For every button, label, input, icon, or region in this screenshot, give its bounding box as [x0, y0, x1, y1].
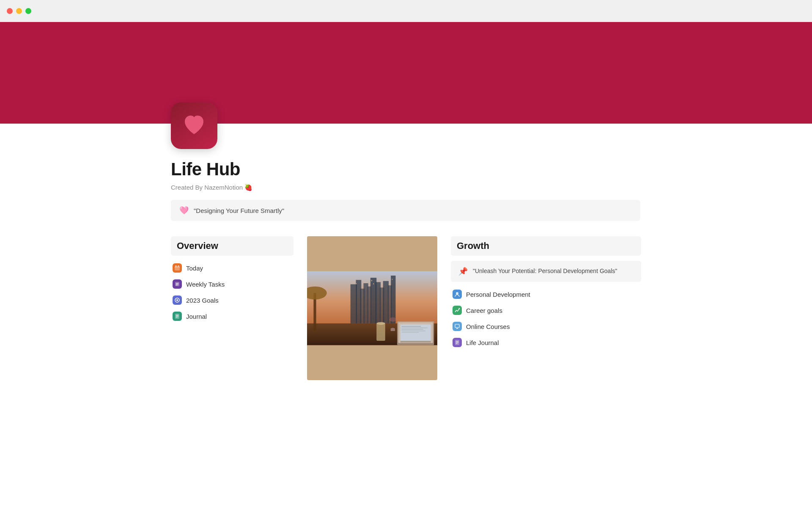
svg-rect-29 — [392, 279, 393, 280]
journal-label: Journal — [186, 313, 207, 320]
minimize-button[interactable] — [16, 8, 22, 14]
svg-rect-0 — [175, 266, 180, 271]
quote-text: "Designing Your Future Smartly" — [194, 207, 284, 214]
page-title: Life Hub — [171, 159, 641, 179]
nav-item-journal[interactable]: Journal — [171, 309, 294, 323]
growth-quote-icon: 📌 — [458, 267, 468, 276]
svg-point-46 — [459, 308, 460, 309]
svg-rect-27 — [373, 283, 374, 284]
svg-rect-50 — [456, 342, 458, 343]
nav-item-2023-goals[interactable]: 2023 Goals — [171, 293, 294, 307]
life-journal-label: Life Journal — [466, 339, 499, 346]
online-courses-label: Online Courses — [466, 323, 510, 330]
city-photo — [307, 236, 437, 380]
today-icon — [173, 263, 182, 273]
city-illustration — [307, 236, 437, 380]
svg-rect-25 — [391, 276, 395, 323]
nav-item-career-goals[interactable]: Career goals — [451, 303, 641, 318]
growth-section: Growth 📌 "Unleash Your Potential: Person… — [451, 236, 641, 350]
heart-icon — [181, 113, 207, 138]
svg-rect-39 — [401, 329, 423, 330]
svg-point-45 — [456, 292, 458, 295]
personal-dev-label: Personal Development — [466, 291, 530, 298]
nav-item-weekly-tasks[interactable]: Weekly Tasks — [171, 277, 294, 291]
svg-rect-13 — [176, 317, 178, 318]
nav-item-online-courses[interactable]: Online Courses — [451, 319, 641, 334]
svg-rect-28 — [356, 283, 357, 284]
quote-icon: 🩷 — [179, 206, 189, 215]
svg-rect-38 — [401, 328, 428, 329]
career-goals-icon — [453, 306, 462, 315]
svg-rect-51 — [456, 343, 458, 344]
svg-point-9 — [176, 299, 178, 301]
online-courses-icon — [453, 322, 462, 331]
career-goals-label: Career goals — [466, 307, 502, 314]
app-icon-wrapper — [171, 102, 641, 149]
svg-rect-41 — [401, 332, 419, 333]
nav-item-today[interactable]: Today — [171, 261, 294, 275]
today-label: Today — [186, 265, 203, 272]
svg-rect-1 — [176, 265, 176, 267]
content-area: Life Hub Created By NazemNotion 🍓 🩷 "Des… — [131, 102, 681, 380]
svg-rect-7 — [176, 285, 178, 285]
goals-label: 2023 Goals — [186, 297, 219, 304]
life-journal-icon — [453, 338, 462, 347]
svg-rect-3 — [175, 267, 180, 268]
svg-rect-2 — [178, 265, 179, 267]
svg-rect-6 — [176, 284, 178, 284]
svg-rect-5 — [176, 283, 178, 284]
goals-icon — [173, 295, 182, 305]
svg-rect-40 — [401, 331, 425, 331]
journal-icon — [173, 312, 182, 321]
svg-point-44 — [376, 322, 385, 325]
growth-quote-block: 📌 "Unleash Your Potential: Personal Deve… — [451, 261, 641, 282]
weekly-tasks-icon — [173, 279, 182, 289]
overview-header: Overview — [171, 236, 294, 256]
main-grid: Overview Today — [171, 236, 641, 380]
svg-rect-12 — [176, 316, 178, 317]
overview-list: Today Weekly Tasks — [171, 261, 294, 323]
svg-point-33 — [390, 318, 396, 322]
nav-item-life-journal[interactable]: Life Journal — [451, 335, 641, 350]
growth-header: Growth — [451, 236, 641, 256]
growth-list: Personal Development Career goals — [451, 287, 641, 350]
svg-rect-42 — [401, 341, 431, 342]
created-by: Created By NazemNotion 🍓 — [171, 184, 641, 191]
maximize-button[interactable] — [25, 8, 31, 14]
overview-section: Overview Today — [171, 236, 294, 323]
svg-rect-49 — [456, 341, 458, 342]
weekly-tasks-label: Weekly Tasks — [186, 281, 225, 288]
svg-rect-11 — [176, 315, 178, 315]
svg-rect-37 — [401, 326, 421, 327]
photo-section — [307, 236, 437, 380]
titlebar — [0, 0, 812, 22]
growth-quote-text: "Unleash Your Potential: Personal Develo… — [473, 267, 617, 276]
nav-item-personal-dev[interactable]: Personal Development — [451, 287, 641, 301]
app-icon — [171, 102, 217, 149]
quote-block: 🩷 "Designing Your Future Smartly" — [171, 200, 640, 221]
svg-rect-47 — [455, 324, 459, 328]
close-button[interactable] — [7, 8, 13, 14]
svg-rect-26 — [371, 280, 372, 281]
personal-dev-icon — [453, 290, 462, 299]
svg-rect-43 — [376, 323, 385, 341]
